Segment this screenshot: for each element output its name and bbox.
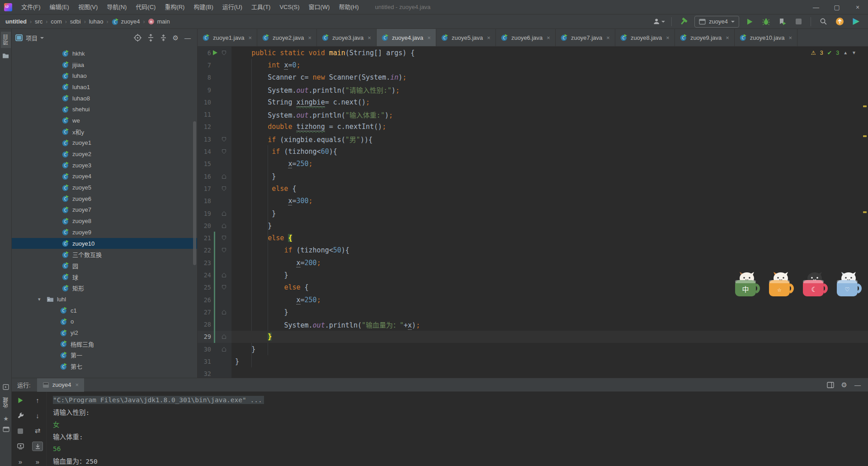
tree-item-we[interactable]: Cwe — [12, 115, 198, 126]
tab-zuoye8.java[interactable]: Czuoye8.java× — [615, 29, 675, 46]
tree-item-三个数互换[interactable]: C三个数互换 — [12, 249, 198, 260]
close-tab-icon[interactable]: × — [666, 34, 670, 41]
tab-zuoye3.java[interactable]: Czuoye3.java× — [317, 29, 377, 46]
breadcrumb-item-sdbi[interactable]: sdbi — [70, 18, 81, 25]
tree-item-zuoye2[interactable]: Czuoye2 — [12, 148, 198, 160]
minimize-button[interactable]: — — [806, 0, 826, 14]
tab-zuoye4.java[interactable]: Czuoye4.java× — [377, 29, 436, 46]
sidebar-item-project[interactable]: 项目 — [1, 32, 11, 48]
tree-item-shehui[interactable]: Cshehui — [12, 104, 198, 115]
close-tab-icon[interactable]: × — [547, 34, 550, 41]
code-line-27[interactable]: 27 } — [198, 306, 868, 318]
code-line-22[interactable]: 22 if (tizhong<50){ — [198, 244, 868, 257]
restore-layout-icon[interactable] — [827, 382, 834, 388]
menu-item-导航N[interactable]: 导航(N) — [102, 0, 131, 14]
code-line-21[interactable]: 21 else { — [198, 232, 868, 244]
fold-open-icon[interactable] — [222, 149, 226, 154]
tree-item-zuoye10[interactable]: Czuoye10 — [12, 238, 198, 249]
tab-zuoye6.java[interactable]: Czuoye6.java× — [496, 29, 556, 46]
code-line-20[interactable]: 20 } — [198, 219, 868, 232]
star-icon[interactable]: ★ — [0, 415, 12, 422]
soft-wrap-button[interactable]: ⇄ — [32, 426, 43, 436]
close-tab-icon[interactable]: × — [368, 34, 371, 41]
menu-item-VCSS[interactable]: VCS(S) — [275, 0, 304, 14]
terminal-icon[interactable] — [0, 427, 12, 432]
expand-all-icon[interactable] — [147, 34, 154, 42]
code-line-28[interactable]: 28 System.out.println("输血量为："+x); — [198, 319, 868, 331]
chevron-down-icon[interactable] — [40, 37, 44, 39]
tree-item-luhl[interactable]: ▾luhl — [12, 294, 198, 305]
next-problem-icon[interactable]: ▼ — [852, 50, 856, 55]
fold-close-icon[interactable] — [222, 223, 226, 228]
tree-item-zuoye8[interactable]: Czuoye8 — [12, 215, 198, 227]
tree-item-第七[interactable]: C第七 — [12, 361, 198, 372]
tree-item-hkhk[interactable]: Chkhk — [12, 48, 198, 59]
tab-zuoye1.java[interactable]: Czuoye1.java× — [198, 29, 257, 46]
stop-button[interactable] — [793, 16, 804, 27]
gear-icon[interactable]: ⚙ — [841, 381, 847, 389]
tree-item-o[interactable]: Co — [12, 316, 198, 328]
tree-item-zuoye3[interactable]: Czuoye3 — [12, 160, 198, 171]
tree-item-x和y[interactable]: Cx和y — [12, 126, 198, 138]
sidebar-item-favorites[interactable]: 收藏 — [1, 395, 11, 411]
fold-open-icon[interactable] — [222, 285, 226, 290]
code-line-30[interactable]: 30 } — [198, 343, 868, 355]
more-actions-left[interactable]: » — [15, 457, 26, 466]
chevron-down-icon[interactable]: ▾ — [38, 296, 43, 302]
code-line-17[interactable]: 17 else { — [198, 182, 868, 195]
tree-item-c1[interactable]: Cc1 — [12, 305, 198, 316]
menu-item-编辑E[interactable]: 编辑(E) — [45, 0, 74, 14]
tree-item-zuoye9[interactable]: Czuoye9 — [12, 227, 198, 238]
code-line-31[interactable]: 31} — [198, 355, 868, 367]
collapse-all-icon[interactable] — [160, 34, 167, 42]
tab-zuoye10.java[interactable]: Czuoye10.java× — [735, 29, 797, 46]
tree-item-zuoye5[interactable]: Czuoye5 — [12, 182, 198, 193]
warning-mark[interactable] — [863, 105, 867, 107]
code-line-9[interactable]: 9 System.out.println("请输入性别:"); — [198, 84, 868, 96]
tree-item-luhao8[interactable]: Cluhao8 — [12, 93, 198, 104]
scroll-to-end-button[interactable] — [32, 442, 43, 451]
fold-close-icon[interactable] — [222, 211, 226, 216]
fold-close-icon[interactable] — [222, 174, 226, 179]
hide-panel-icon[interactable]: — — [854, 381, 861, 389]
code-line-11[interactable]: 11 System.out.println("输入体重:"); — [198, 108, 868, 120]
close-tab-icon[interactable]: × — [427, 34, 431, 41]
warning-mark[interactable] — [863, 135, 867, 137]
menu-item-帮助H[interactable]: 帮助(H) — [334, 0, 363, 14]
run-with-coverage-button[interactable] — [776, 16, 788, 27]
dump-threads-button[interactable] — [15, 442, 26, 451]
code-line-6[interactable]: 6 public static void main(String[] args)… — [198, 47, 868, 59]
tab-zuoye2.java[interactable]: Czuoye2.java× — [257, 29, 317, 46]
close-tab-icon[interactable]: × — [726, 34, 729, 41]
run-tool-window-icon[interactable] — [0, 384, 12, 390]
menu-item-重构R[interactable]: 重构(R) — [160, 0, 189, 14]
menu-item-代码C[interactable]: 代码(C) — [131, 0, 160, 14]
maximize-button[interactable]: ▢ — [826, 0, 847, 14]
code-line-12[interactable]: 12 double tizhong = c.nextInt(); — [198, 121, 868, 133]
breadcrumb-item-untitled[interactable]: untitled — [5, 18, 27, 25]
code-line-14[interactable]: 14 if (tizhong<60){ — [198, 145, 868, 157]
gear-icon[interactable]: ⚙ — [173, 34, 179, 42]
folder-icon[interactable] — [0, 52, 11, 58]
breadcrumb-item-com[interactable]: com — [51, 18, 62, 25]
locate-file-icon[interactable] — [134, 34, 142, 42]
breadcrumb-item-luhao[interactable]: luhao — [89, 18, 104, 25]
code-line-7[interactable]: 7 int x=0; — [198, 59, 868, 71]
fold-open-icon[interactable] — [222, 247, 226, 253]
run-button[interactable] — [744, 16, 755, 27]
fold-open-icon[interactable] — [222, 235, 226, 241]
menu-item-窗口W[interactable]: 窗口(W) — [304, 0, 335, 14]
run-line-icon[interactable] — [212, 50, 218, 56]
tree-item-zuoye4[interactable]: Czuoye4 — [12, 171, 198, 182]
code-line-18[interactable]: 18 x=300; — [198, 195, 868, 207]
search-everywhere-button[interactable] — [817, 16, 829, 27]
hide-panel-icon[interactable]: — — [184, 34, 191, 42]
tree-item-luhao[interactable]: Cluhao — [12, 70, 198, 81]
settings-wrench-button[interactable] — [15, 411, 26, 420]
down-stack-button[interactable]: ↓ — [32, 411, 43, 420]
build-project-button[interactable] — [678, 16, 690, 27]
up-stack-button[interactable]: ↑ — [32, 395, 43, 405]
console-output[interactable]: "C:\Program Files\Java\jdk1.8.0_301\bin\… — [53, 394, 863, 466]
code-editor[interactable]: 6 public static void main(String[] args)… — [198, 47, 868, 378]
project-panel-title[interactable]: 项目 — [26, 33, 38, 42]
